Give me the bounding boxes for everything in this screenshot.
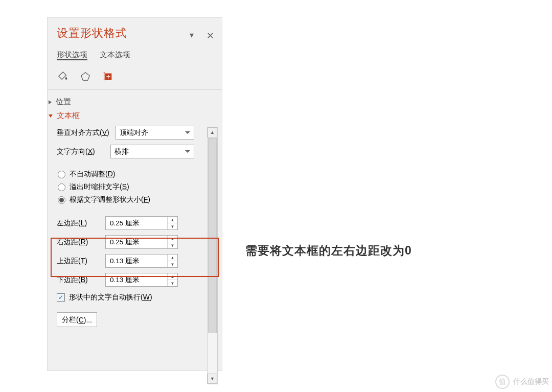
svg-marker-0 [81, 73, 90, 81]
spinner-up-icon[interactable]: ▲ [168, 217, 177, 223]
right-margin-label: 右边距(R) [57, 238, 95, 247]
spinner-up-icon[interactable]: ▲ [168, 255, 177, 261]
chevron-down-icon [185, 131, 190, 134]
format-shape-panel: 设置形状格式 ▾ ✕ 形状选项 文本选项 位置 文本框 垂直对齐方式(V) [47, 17, 222, 371]
left-margin-input[interactable]: 0.25 厘米 ▲▼ [105, 216, 178, 230]
scrollbar[interactable]: ▲ ▼ [207, 127, 218, 384]
columns-button[interactable]: 分栏(C)... [57, 312, 97, 327]
top-margin-input[interactable]: 0.13 厘米 ▲▼ [105, 254, 178, 268]
size-properties-icon[interactable] [102, 70, 114, 82]
scroll-up-icon[interactable]: ▲ [208, 127, 217, 137]
text-direction-dropdown[interactable]: 横排 [110, 145, 194, 158]
section-position[interactable]: 位置 [49, 97, 200, 107]
spinner-up-icon[interactable]: ▲ [168, 236, 177, 242]
chevron-right-icon [49, 100, 52, 104]
scroll-down-icon[interactable]: ▼ [208, 374, 217, 384]
radio-shrink-text[interactable]: 溢出时缩排文字(S) [58, 182, 200, 192]
spinner-down-icon[interactable]: ▼ [168, 242, 177, 248]
section-textbox[interactable]: 文本框 [49, 111, 200, 121]
spinner-down-icon[interactable]: ▼ [168, 280, 177, 286]
scrollbar-track[interactable] [208, 137, 217, 375]
fill-bucket-icon[interactable] [57, 70, 69, 82]
scrollbar-thumb[interactable] [208, 138, 217, 333]
radio-icon [58, 171, 65, 178]
radio-resize-shape[interactable]: 根据文字调整形状大小(F) [58, 195, 200, 204]
spinner-down-icon[interactable]: ▼ [168, 223, 177, 229]
close-icon[interactable]: ✕ [205, 30, 215, 39]
right-margin-input[interactable]: 0.25 厘米 ▲▼ [105, 235, 178, 249]
watermark-logo-icon: 值 [495, 375, 510, 389]
panel-menu-caret-icon[interactable]: ▾ [187, 30, 196, 39]
bottom-margin-label: 下边距(B) [57, 275, 95, 285]
left-margin-label: 左边距(L) [57, 219, 95, 228]
radio-no-adjust[interactable]: 不自动调整(D) [58, 170, 200, 179]
vertical-align-dropdown[interactable]: 顶端对齐 [116, 126, 194, 140]
radio-icon [58, 183, 65, 191]
spinner-down-icon[interactable]: ▼ [168, 261, 177, 267]
chevron-down-icon [49, 114, 53, 118]
annotation-text: 需要将文本框的左右边距改为0 [245, 243, 412, 259]
spinner-up-icon[interactable]: ▲ [168, 273, 177, 280]
wrap-text-checkbox[interactable]: ✓ 形状中的文字自动换行(W) [57, 293, 200, 302]
tab-text-options[interactable]: 文本选项 [100, 50, 130, 64]
vertical-align-label: 垂直对齐方式(V) [57, 128, 110, 137]
tab-shape-options[interactable]: 形状选项 [57, 50, 87, 64]
panel-title: 设置形状格式 [57, 27, 127, 39]
radio-icon [58, 196, 65, 204]
chevron-down-icon [185, 150, 190, 153]
text-direction-label: 文字方向(X) [57, 147, 105, 156]
bottom-margin-input[interactable]: 0.13 厘米 ▲▼ [105, 273, 178, 287]
watermark: 值 什么值得买 [495, 375, 549, 389]
top-margin-label: 上边距(T) [57, 257, 95, 266]
checkbox-checked-icon: ✓ [57, 293, 65, 302]
effects-pentagon-icon[interactable] [79, 70, 91, 82]
